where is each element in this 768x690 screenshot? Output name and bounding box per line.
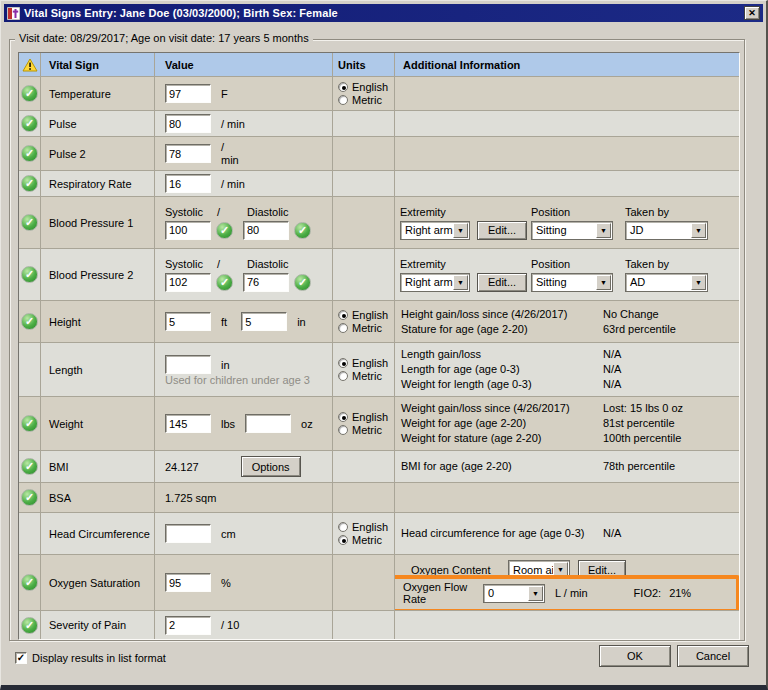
bp2-edit-button[interactable]: Edit...	[477, 273, 527, 292]
bp2-extremity-dropdown[interactable]: Right arm▼	[400, 273, 470, 292]
bmi-options-button[interactable]: Options	[241, 456, 301, 477]
units-metric-radio[interactable]: Metric	[338, 322, 382, 334]
info-value: N/A	[603, 362, 739, 377]
info-key: Height gain/loss since (4/26/2017)	[401, 307, 603, 322]
chevron-down-icon: ▼	[691, 223, 706, 238]
check-icon	[21, 458, 38, 475]
radio-label: English	[352, 521, 388, 533]
radio-label: Metric	[352, 322, 382, 334]
oxygen-content-dropdown[interactable]: Room air▼	[508, 560, 570, 579]
info-value: 81st percentile	[603, 416, 739, 431]
unit-top: /	[221, 141, 239, 154]
bp1-position-dropdown[interactable]: Sitting▼	[531, 221, 613, 240]
checkbox-icon: ✓	[15, 652, 27, 664]
pulse2-input[interactable]	[165, 144, 211, 163]
display-list-format-checkbox[interactable]: ✓ Display results in list format	[15, 652, 166, 664]
unit-label: %	[221, 577, 231, 589]
info-key: Length gain/loss	[401, 347, 603, 362]
vital-sign-label: BSA	[41, 483, 155, 513]
position-label: Position	[531, 258, 613, 270]
bp1-systolic-input[interactable]	[165, 221, 211, 240]
header-additional: Additional Information	[395, 53, 739, 77]
units-metric-radio[interactable]: Metric	[338, 534, 382, 546]
cancel-button[interactable]: Cancel	[677, 645, 749, 667]
systolic-label: Systolic	[165, 206, 217, 218]
info-value: 100th percentile	[603, 431, 739, 446]
units-english-radio[interactable]: English	[338, 411, 388, 423]
table-row-severity-of-pain: Severity of Pain / 10	[19, 611, 739, 639]
units-metric-radio[interactable]: Metric	[338, 424, 382, 436]
unit-label: in	[297, 316, 306, 328]
dropdown-value: Sitting	[533, 276, 596, 288]
pulse-input[interactable]	[165, 114, 211, 133]
chevron-down-icon: ▼	[453, 275, 468, 290]
table-row-pulse2: Pulse 2 / min	[19, 137, 739, 171]
window-title: Vital Signs Entry: Jane Doe (03/03/2000)…	[24, 7, 338, 19]
units-metric-radio[interactable]: Metric	[338, 370, 382, 382]
temperature-input[interactable]	[165, 84, 211, 103]
weight-oz-input[interactable]	[245, 414, 291, 433]
units-english-radio[interactable]: English	[338, 81, 388, 93]
table-row-respiratory-rate: Respiratory Rate / min	[19, 171, 739, 197]
table-row-length: Length in Used for children under age 3 …	[19, 343, 739, 397]
dropdown-value: Right arm	[402, 276, 453, 288]
unit-label: oz	[301, 418, 313, 430]
bp2-position-dropdown[interactable]: Sitting▼	[531, 273, 613, 292]
oxygen-flow-rate-label: Oxygen Flow Rate	[403, 581, 483, 605]
radio-label: English	[352, 411, 388, 423]
length-input[interactable]	[165, 355, 211, 374]
severity-of-pain-input[interactable]	[165, 616, 211, 635]
chevron-down-icon: ▼	[553, 562, 568, 577]
info-value: 63rd percentile	[603, 322, 739, 337]
bp2-systolic-input[interactable]	[165, 273, 211, 292]
bp2-diastolic-input[interactable]	[243, 273, 289, 292]
table-row-blood-pressure-2: Blood Pressure 2 Systolic / Diastolic	[19, 249, 739, 301]
radio-label: English	[352, 309, 388, 321]
check-icon	[21, 415, 38, 432]
info-key: Head circumference for age (age 0-3)	[401, 526, 603, 541]
bp1-taken-by-dropdown[interactable]: JD▼	[625, 221, 708, 240]
units-metric-radio[interactable]: Metric	[338, 94, 382, 106]
bp1-diastolic-input[interactable]	[243, 221, 289, 240]
unit-label: ft	[221, 316, 227, 328]
weight-lbs-input[interactable]	[165, 414, 211, 433]
table-row-bmi: BMI 24.127 Options BMI for age (age 2-20…	[19, 451, 739, 483]
radio-icon	[338, 323, 348, 333]
radio-label: English	[352, 81, 388, 93]
info-value: 78th percentile	[603, 459, 739, 474]
ok-button[interactable]: OK	[599, 645, 671, 667]
respiratory-rate-input[interactable]	[165, 174, 211, 193]
table-row-bsa: BSA 1.725 sqm	[19, 483, 739, 513]
dropdown-value: JD	[627, 224, 691, 236]
head-circumference-input[interactable]	[165, 524, 211, 543]
warning-icon	[22, 58, 38, 72]
info-key: Weight for age (age 2-20)	[401, 416, 603, 431]
bp2-taken-by-dropdown[interactable]: AD▼	[625, 273, 708, 292]
title-bar: Vital Signs Entry: Jane Doe (03/03/2000)…	[4, 4, 763, 22]
dropdown-value: 0	[485, 587, 528, 599]
info-key: Weight for length (age 0-3)	[401, 377, 603, 392]
bp-separator: /	[217, 206, 247, 218]
oxygen-content-edit-button[interactable]: Edit...	[578, 560, 626, 579]
close-button[interactable]: ✕	[744, 6, 760, 20]
oxygen-flow-rate-dropdown[interactable]: 0▼	[483, 584, 545, 603]
units-english-radio[interactable]: English	[338, 521, 388, 533]
oxygen-saturation-input[interactable]	[165, 573, 211, 592]
height-in-input[interactable]	[241, 312, 287, 331]
info-value: Lost: 15 lbs 0 oz	[603, 401, 739, 416]
bmi-value: 24.127	[165, 461, 199, 473]
bp1-extremity-dropdown[interactable]: Right arm▼	[400, 221, 470, 240]
bp1-edit-button[interactable]: Edit...	[477, 221, 527, 240]
check-icon	[21, 574, 38, 591]
vital-sign-label: Temperature	[41, 77, 155, 111]
length-hint: Used for children under age 3	[165, 374, 310, 386]
height-ft-input[interactable]	[165, 312, 211, 331]
unit-label: / min	[221, 141, 239, 167]
units-english-radio[interactable]: English	[338, 309, 388, 321]
check-icon	[21, 85, 38, 102]
unit-label: lbs	[221, 418, 235, 430]
check-icon	[294, 222, 311, 239]
taken-by-label: Taken by	[625, 258, 708, 270]
units-english-radio[interactable]: English	[338, 357, 388, 369]
vital-sign-label: Pulse 2	[41, 137, 155, 171]
